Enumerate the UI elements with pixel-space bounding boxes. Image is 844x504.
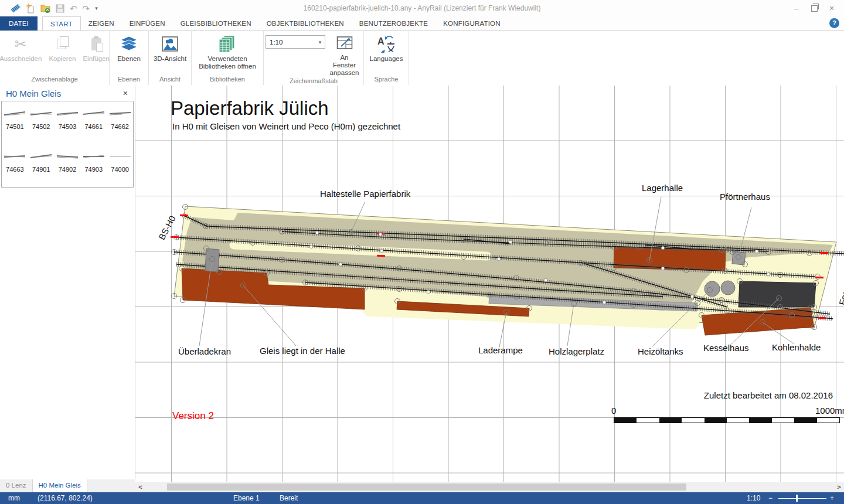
3d-view-icon <box>161 36 179 52</box>
label-pfoertnerhaus[interactable]: Pförtnerhaus <box>720 192 770 202</box>
drawing-canvas[interactable]: Papierfabrik Jülich In H0 mit Gleisen vo… <box>135 86 844 482</box>
last-edited-label[interactable]: Zuletzt bearbeitet am 08.02.2016 <box>622 390 833 400</box>
track-glyph <box>83 152 105 159</box>
track-item[interactable]: 74903 <box>80 144 107 187</box>
scale-end-label: 1000mm <box>815 406 844 416</box>
scale-start-label: 0 <box>611 406 616 416</box>
help-button[interactable]: ? <box>829 18 839 28</box>
scroll-right-arrow[interactable]: > <box>834 482 844 492</box>
copy-button: Kopieren <box>45 31 79 76</box>
tab-0-lenz[interactable]: 0 Lenz <box>0 479 33 492</box>
tab-benutzerobjekte[interactable]: BENUTZEROBJEKTE <box>352 16 435 30</box>
tab-einfuegen[interactable]: EINFÜGEN <box>122 16 173 30</box>
label-gleis-halle[interactable]: Gleis liegt in der Halle <box>260 346 345 356</box>
horizontal-scrollbar[interactable]: < > <box>135 482 844 492</box>
scale-value: 1:10 <box>266 39 315 46</box>
track-glyph <box>83 110 105 117</box>
group-zeichenmassstab: 1:10 ▾ An Fenster anpassen Zeichenmaßsta… <box>264 31 364 85</box>
version-label[interactable]: Version 2 <box>172 410 214 422</box>
ebenen-button[interactable]: Ebenen <box>114 31 144 76</box>
verwendete-bibliotheken-button[interactable]: Verwendeten Bibliotheken öffnen <box>192 31 263 76</box>
tab-objektbibliotheken[interactable]: OBJEKTBIBLIOTHEKEN <box>259 16 352 30</box>
group-label: Ebenen <box>110 76 148 85</box>
3d-ansicht-button[interactable]: 3D-Ansicht <box>150 31 190 76</box>
tab-gleisbibliotheken[interactable]: GLEISBIBLIOTHEKEN <box>173 16 259 30</box>
close-button[interactable]: × <box>823 0 840 16</box>
ribbon-tab-row: DATEI START ZEIGEN EINFÜGEN GLEISBIBLIOT… <box>0 16 844 30</box>
status-zoom: 1:10 <box>747 492 760 504</box>
window-controls: – × <box>788 0 840 16</box>
paste-button: Einfügen <box>79 31 113 76</box>
restore-icon <box>811 5 818 12</box>
track-glyph <box>56 110 79 117</box>
ribbon: ✂ Ausschneiden Kopieren Einfügen Zwische… <box>0 30 844 86</box>
fit-window-button[interactable]: An Fenster anpassen <box>325 31 363 77</box>
track-glyph <box>109 110 131 117</box>
track-item[interactable]: 74902 <box>55 144 81 187</box>
status-layer: Ebene 1 <box>233 492 260 504</box>
minimize-button[interactable]: – <box>788 0 805 16</box>
group-label: Sprache <box>364 76 409 85</box>
zoom-out-button[interactable]: − <box>768 492 772 504</box>
group-label: Zeichenmaßstab <box>264 77 363 85</box>
label-laderampe[interactable]: Laderampe <box>478 345 523 355</box>
tab-konfiguration[interactable]: KONFIGURATION <box>435 16 508 30</box>
group-label: Ansicht <box>149 76 191 85</box>
zoom-slider-thumb[interactable] <box>796 495 798 502</box>
track-item[interactable]: 74501 <box>2 101 28 144</box>
track-glyph <box>56 152 79 159</box>
tab-start[interactable]: START <box>42 16 81 30</box>
copy-icon <box>57 39 66 49</box>
label-heizoeltanks[interactable]: Heizöltanks <box>638 346 683 356</box>
panel-close-icon[interactable]: × <box>123 88 128 98</box>
track-item[interactable]: 74503 <box>55 101 81 144</box>
scale-bar <box>614 417 840 423</box>
track-item[interactable]: 74661 <box>80 101 107 144</box>
building-pfoertnerhaus[interactable] <box>732 251 746 265</box>
track-item[interactable]: 74663 <box>2 144 28 187</box>
group-label: Zwischenablage <box>0 76 109 85</box>
track-glyph <box>30 110 52 117</box>
layers-icon <box>120 36 138 52</box>
tank-heizoel[interactable] <box>721 281 735 295</box>
track-item[interactable]: 74662 <box>107 101 133 144</box>
scale-combobox[interactable]: 1:10 ▾ <box>266 35 325 49</box>
group-zwischenablage: ✂ Ausschneiden Kopieren Einfügen Zwische… <box>0 31 110 85</box>
zoom-in-button[interactable]: + <box>830 492 834 504</box>
label-kohlenhalde[interactable]: Kohlenhalde <box>772 342 821 352</box>
scroll-left-arrow[interactable]: < <box>135 482 145 492</box>
status-state: Bereit <box>280 492 298 504</box>
label-kesselhaus[interactable]: Kesselhaus <box>703 343 749 353</box>
track-item[interactable]: 74901 <box>28 144 55 187</box>
status-bar: mm (2116.67, 802.24) Ebene 1 Bereit 1:10… <box>0 492 844 504</box>
track-item[interactable]: 74000 <box>107 144 133 187</box>
languages-button[interactable]: A Languages <box>366 31 407 76</box>
group-ansicht: 3D-Ansicht Ansicht <box>149 31 192 85</box>
paste-icon <box>91 38 101 50</box>
track-glyph <box>4 152 26 159</box>
anyrail-window: ↶ ↷ ▾ 160210-papierfabrik-juelich-10.any… <box>0 0 844 504</box>
group-label: Bibliotheken <box>192 76 263 85</box>
scrollbar-thumb[interactable] <box>167 483 686 491</box>
tab-datei[interactable]: DATEI <box>0 16 38 30</box>
track-item[interactable]: 74502 <box>28 101 55 144</box>
combo-caret-icon[interactable]: ▾ <box>315 39 325 45</box>
title-bar: ↶ ↷ ▾ 160210-papierfabrik-juelich-10.any… <box>0 0 844 16</box>
restore-button[interactable] <box>805 0 823 16</box>
label-holzlagerplatz[interactable]: Holzlagerplatz <box>549 346 604 356</box>
label-ueberladekran[interactable]: Überladekran <box>178 346 231 356</box>
window-title: 160210-papierfabrik-juelich-10.any - Any… <box>0 0 844 16</box>
track-glyph <box>4 110 26 117</box>
plan-title[interactable]: Papierfabrik Jülich <box>171 97 329 120</box>
group-sprache: A Languages Sprache <box>364 31 409 85</box>
zoom-slider-track[interactable] <box>778 498 826 499</box>
plan-subtitle[interactable]: In H0 mit Gleisen von Weinert und Peco (… <box>172 121 400 131</box>
status-coordinates: (2116.67, 802.24) <box>38 492 93 504</box>
track-glyph <box>109 152 131 159</box>
translate-icon: A <box>377 35 396 53</box>
library-tab-strip: 0 Lenz H0 Mein Gleis <box>0 479 136 492</box>
tab-zeigen[interactable]: ZEIGEN <box>81 16 122 30</box>
label-lagerhalle[interactable]: Lagerhalle <box>642 183 683 193</box>
tab-h0-mein-gleis[interactable]: H0 Mein Gleis <box>33 479 87 492</box>
label-haltestelle[interactable]: Haltestelle Papierfabrik <box>320 189 410 199</box>
